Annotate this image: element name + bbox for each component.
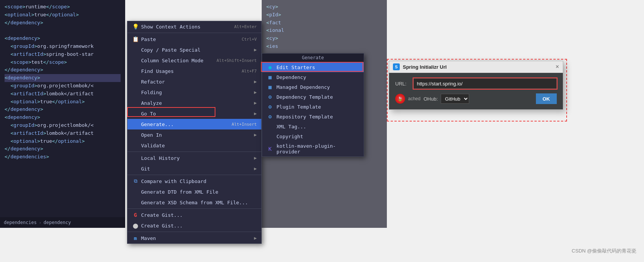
breadcrumb-arrow: › xyxy=(39,221,41,225)
spring-initializr-dialog: S Spring Initializr Url × URL: 🍃 ached O… xyxy=(389,61,563,110)
managed-dependency-item[interactable]: ▦ Managed Dependency xyxy=(262,82,364,92)
show-context-actions-shortcut: Alt+Enter xyxy=(234,24,257,29)
folding-icon xyxy=(132,89,139,96)
paste-item[interactable]: 📋 Paste Ctrl+V xyxy=(127,34,261,44)
create-gist-red-item[interactable]: G Create Gist... xyxy=(127,210,261,220)
analyze-label: Analyze xyxy=(141,100,162,106)
find-usages-item[interactable]: Find Usages Alt+F7 xyxy=(127,66,261,76)
copyright-label: Copyright xyxy=(276,134,303,139)
dependency-item[interactable]: ▦ Dependency xyxy=(262,72,364,82)
refactor-item[interactable]: Refactor ▶ xyxy=(127,76,261,87)
copy-paste-label: Copy / Paste Special xyxy=(141,47,201,53)
generate-item[interactable]: Generate... Alt+Insert xyxy=(127,119,261,129)
watermark: CSDN @偷偷敲代码的青花瓷 xyxy=(572,248,636,254)
maven-item[interactable]: m Maven ▶ xyxy=(127,233,261,243)
kotlin-maven-label: kotlin-maven-plugin-provider xyxy=(276,143,359,155)
generate-dtd-item[interactable]: Generate DTD from XML File xyxy=(127,186,261,197)
repository-template-item[interactable]: ⚙ Repository Template xyxy=(262,112,364,122)
local-history-arrow: ▶ xyxy=(254,155,257,161)
dialog-close-button[interactable]: × xyxy=(556,63,559,70)
generate-xsd-item[interactable]: Generate XSD Schema from XML File... xyxy=(127,197,261,208)
column-selection-item[interactable]: Column Selection Mode Alt+Shift+Insert xyxy=(127,55,261,66)
open-in-icon xyxy=(132,131,139,138)
analyze-arrow: ▶ xyxy=(254,100,257,106)
goto-arrow: ▶ xyxy=(254,111,257,116)
column-sel-icon xyxy=(132,57,139,64)
cached-label: ached xyxy=(408,96,421,101)
kotlin-icon: K xyxy=(267,146,273,152)
compare-icon: ⧉ xyxy=(132,178,139,185)
plugin-template-item[interactable]: ⚙ Plugin Template xyxy=(262,102,364,112)
find-usages-shortcut: Alt+F7 xyxy=(242,69,257,74)
goto-item[interactable]: Go To ▶ xyxy=(127,108,261,119)
validate-icon xyxy=(132,142,139,149)
xml-tag-item[interactable]: XML Tag... xyxy=(262,122,364,131)
repository-template-label: Repository Template xyxy=(276,114,333,120)
find-usages-icon xyxy=(132,68,139,74)
separator-1 xyxy=(127,33,261,33)
goto-icon xyxy=(132,110,139,117)
analyze-icon xyxy=(132,99,139,106)
maven-label: Maven xyxy=(141,235,156,241)
separator-5 xyxy=(127,232,261,232)
open-in-arrow: ▶ xyxy=(254,132,257,137)
folding-arrow: ▶ xyxy=(254,90,257,95)
local-history-item[interactable]: Local History ▶ xyxy=(127,153,261,163)
url-input[interactable] xyxy=(413,78,557,89)
compare-clipboard-item[interactable]: ⧉ Compare with Clipboard xyxy=(127,176,261,186)
folding-label: Folding xyxy=(141,90,162,95)
git-icon xyxy=(132,165,139,172)
gist-red-icon: G xyxy=(132,211,139,218)
managed-dep-icon: ▦ xyxy=(267,84,273,90)
refactor-arrow: ▶ xyxy=(254,79,257,84)
folding-item[interactable]: Folding ▶ xyxy=(127,87,261,98)
dialog-title-left: S Spring Initializr Url xyxy=(393,63,447,70)
edit-starters-label: Edit Starters xyxy=(276,65,315,70)
gist-gh-icon: ⬤ xyxy=(132,222,139,229)
create-gist-red-label: Create Gist... xyxy=(141,212,183,218)
hub-row: 🍃 ached OHub: GitHub GitLab Gitee OK xyxy=(395,93,557,104)
xml-tag-label: XML Tag... xyxy=(276,124,306,129)
column-selection-shortcut: Alt+Shift+Insert xyxy=(217,58,257,63)
hub-select[interactable]: GitHub GitLab Gitee xyxy=(441,94,469,104)
analyze-item[interactable]: Analyze ▶ xyxy=(127,98,261,108)
open-in-item[interactable]: Open In ▶ xyxy=(127,129,261,140)
repo-template-icon: ⚙ xyxy=(267,114,273,120)
validate-item[interactable]: Validate xyxy=(127,140,261,151)
ohub-label: OHub: xyxy=(424,96,438,102)
generate-title: Generate xyxy=(262,54,364,62)
starters-icon: ● xyxy=(267,64,273,70)
breadcrumb-dependency[interactable]: dependency xyxy=(44,220,71,225)
context-actions-icon: 💡 xyxy=(132,23,139,30)
generate-shortcut: Alt+Insert xyxy=(232,122,257,127)
managed-dependency-label: Managed Dependency xyxy=(276,84,330,90)
git-item[interactable]: Git ▶ xyxy=(127,163,261,174)
status-bar: dependencies › dependency xyxy=(0,217,125,228)
git-label: Git xyxy=(141,166,150,172)
url-label: URL: xyxy=(395,81,410,87)
show-context-actions-item[interactable]: 💡 Show Context Actions Alt+Enter xyxy=(127,21,261,32)
copy-paste-special-item[interactable]: Copy / Paste Special ▶ xyxy=(127,44,261,55)
copy-paste-icon xyxy=(132,46,139,53)
maven-icon: m xyxy=(132,235,139,241)
paste-icon: 📋 xyxy=(132,36,139,43)
create-gist-gh-label: Create Gist... xyxy=(141,223,183,229)
breadcrumb-dependencies[interactable]: dependencies xyxy=(4,220,37,225)
create-gist-gh-item[interactable]: ⬤ Create Gist... xyxy=(127,220,261,231)
code-editor: <scope>runtime</scope> <optional>true</o… xyxy=(0,0,125,228)
edit-starters-item[interactable]: ● Edit Starters xyxy=(262,62,364,72)
generate-menu: Generate ● Edit Starters ▦ Dependency ▦ … xyxy=(262,53,364,157)
plugin-template-label: Plugin Template xyxy=(276,104,321,110)
validate-label: Validate xyxy=(141,143,165,148)
kotlin-maven-item[interactable]: K kotlin-maven-plugin-provider xyxy=(262,141,364,156)
ok-button[interactable]: OK xyxy=(536,93,557,104)
generate-xsd-icon xyxy=(132,199,139,206)
dependency-template-item[interactable]: ⚙ Dependency Template xyxy=(262,92,364,102)
separator-4 xyxy=(127,208,261,209)
local-history-label: Local History xyxy=(141,155,180,161)
copyright-item[interactable]: Copyright xyxy=(262,131,364,141)
refactor-icon xyxy=(132,78,139,85)
goto-label: Go To xyxy=(141,111,156,117)
generate-label: Generate... xyxy=(141,122,174,127)
column-selection-label: Column Selection Mode xyxy=(141,58,203,63)
